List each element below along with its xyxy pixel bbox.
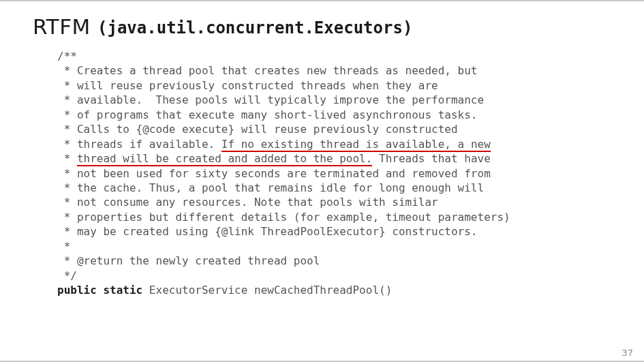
title-heading: RTFM bbox=[33, 14, 91, 39]
slide: RTFM (java.util.concurrent.Executors) /*… bbox=[0, 0, 644, 362]
javadoc-line: * not consume any resources. Note that p… bbox=[57, 196, 438, 209]
javadoc-line: * available. These pools will typically … bbox=[57, 93, 484, 106]
javadoc-block: /** * Creates a thread pool that creates… bbox=[57, 49, 611, 297]
javadoc-line: * of programs that execute many short-li… bbox=[57, 108, 478, 121]
javadoc-line: * Creates a thread pool that creates new… bbox=[57, 64, 478, 77]
javadoc-line-prefix: * threads if available. bbox=[57, 138, 221, 151]
title-subheading: (java.util.concurrent.Executors) bbox=[97, 18, 412, 37]
keyword-static: static bbox=[103, 284, 142, 297]
javadoc-highlight: thread will be created and added to the … bbox=[77, 152, 372, 166]
javadoc-close: */ bbox=[57, 269, 77, 282]
javadoc-line: * @return the newly created thread pool bbox=[57, 254, 320, 267]
javadoc-line: * bbox=[57, 240, 70, 253]
javadoc-line-prefix: * bbox=[57, 152, 77, 165]
javadoc-line: * the cache. Thus, a pool that remains i… bbox=[57, 181, 484, 194]
javadoc-line: * may be created using {@link ThreadPool… bbox=[57, 225, 478, 238]
slide-title: RTFM (java.util.concurrent.Executors) bbox=[33, 14, 611, 40]
method-declaration: public static ExecutorService newCachedT… bbox=[57, 284, 392, 297]
page-number: 37 bbox=[622, 348, 633, 358]
javadoc-highlight: If no existing thread is available, a ne… bbox=[221, 138, 491, 152]
javadoc-line: * not been used for sixty seconds are te… bbox=[57, 167, 491, 180]
javadoc-line: * Calls to {@code execute} will reuse pr… bbox=[57, 123, 458, 136]
javadoc-line: * will reuse previously constructed thre… bbox=[57, 79, 438, 92]
javadoc-line: * properties but different details (for … bbox=[57, 211, 510, 224]
javadoc-line-suffix: Threads that have bbox=[372, 152, 490, 165]
javadoc-open: /** bbox=[57, 50, 77, 63]
keyword-public: public bbox=[57, 284, 97, 297]
declaration-rest: ExecutorService newCachedThreadPool() bbox=[142, 284, 392, 297]
